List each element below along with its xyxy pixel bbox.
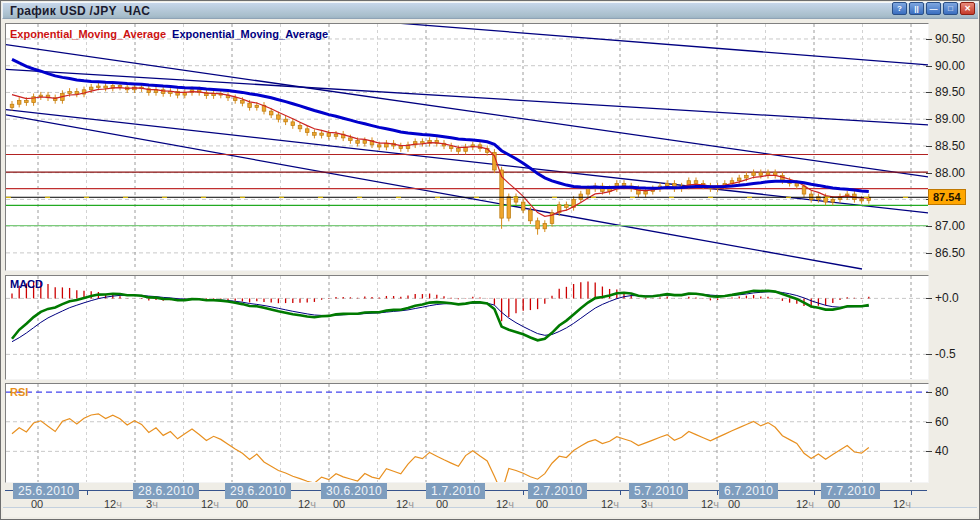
chart-window: График USD /JPY ЧАС ?||—□✕ Exponential_M… xyxy=(0,0,980,520)
rsi-tick-label: 40 xyxy=(935,444,948,458)
date-axis-tick xyxy=(523,490,524,495)
pause-button[interactable]: || xyxy=(909,2,924,15)
date-label: 1.7.2010 xyxy=(426,483,485,499)
axis-tick xyxy=(926,92,932,93)
rsi-tick-label: 60 xyxy=(935,415,948,429)
date-label: 30.6.2010 xyxy=(321,483,387,499)
price-tick-label: 88.50 xyxy=(935,139,965,153)
axis-tick xyxy=(926,119,932,120)
time-label: 00 xyxy=(536,498,548,510)
restore-button[interactable]: □ xyxy=(943,2,958,15)
axis-tick xyxy=(926,226,932,227)
rsi-tick-label: 80 xyxy=(935,385,948,399)
date-label: 5.7.2010 xyxy=(629,483,688,499)
axis-tick xyxy=(926,451,932,452)
macd-signal-line xyxy=(12,292,869,342)
horizontal-levels xyxy=(6,154,928,225)
help-button[interactable]: ? xyxy=(892,2,907,15)
axis-tick xyxy=(926,66,932,67)
date-axis-tick xyxy=(620,490,621,495)
legend-item-ema-slow: Exponential_Moving_Average xyxy=(172,28,328,40)
price-tick-label: 89.50 xyxy=(935,85,965,99)
axis-tick xyxy=(926,173,932,174)
macd-panel xyxy=(5,275,929,380)
date-axis-tick xyxy=(814,490,815,495)
date-label: 25.6.2010 xyxy=(13,483,79,499)
date-axis-tick xyxy=(87,490,88,495)
rsi-line xyxy=(12,414,869,482)
time-label: 12ч xyxy=(701,498,719,510)
axis-tick xyxy=(926,39,932,40)
time-label: 12ч xyxy=(104,498,122,510)
date-label: 7.7.2010 xyxy=(821,483,880,499)
time-label: 00 xyxy=(31,498,43,510)
time-label: 00 xyxy=(828,498,840,510)
price-tick-label: 90.00 xyxy=(935,59,965,73)
trendlines xyxy=(6,24,928,269)
date-label: 6.7.2010 xyxy=(719,483,778,499)
time-label: 00 xyxy=(236,498,248,510)
time-label: 12ч xyxy=(601,498,619,510)
macd-tick-label: -0.5 xyxy=(935,347,956,361)
axis-tick xyxy=(926,392,932,393)
axis-tick xyxy=(926,253,932,254)
date-label: 2.7.2010 xyxy=(528,483,587,499)
price-tick-label: 90.50 xyxy=(935,32,965,46)
time-label: 3ч xyxy=(641,498,653,510)
time-label: 12ч xyxy=(298,498,316,510)
axis-tick xyxy=(926,146,932,147)
axis-tick xyxy=(926,422,932,423)
time-label: 12ч xyxy=(496,498,514,510)
current-price-tag: 87.54 xyxy=(928,189,966,205)
axis-tick xyxy=(926,354,932,355)
ema-legend: Exponential_Moving_AverageExponential_Mo… xyxy=(10,28,334,40)
macd-chart[interactable] xyxy=(6,276,928,379)
main-chart-panel xyxy=(5,23,929,271)
date-label: 29.6.2010 xyxy=(225,483,291,499)
rsi-label: RSI xyxy=(10,386,28,398)
rsi-panel xyxy=(5,383,929,483)
macd-tick-label: +0.0 xyxy=(935,291,959,305)
legend-item-ema-fast: Exponential_Moving_Average xyxy=(10,28,166,40)
title-bar[interactable]: График USD /JPY ЧАС xyxy=(2,2,978,19)
time-label: 00 xyxy=(333,498,345,510)
axis-tick xyxy=(926,298,932,299)
time-label: 12ч xyxy=(201,498,219,510)
macd-label: MACD xyxy=(10,278,43,290)
window-buttons: ?||—□✕ xyxy=(892,2,975,15)
time-label: 12ч xyxy=(396,498,414,510)
price-tick-label: 87.00 xyxy=(935,219,965,233)
time-label: 3ч xyxy=(146,498,158,510)
price-tick-label: 86.50 xyxy=(935,246,965,260)
time-label: 12ч xyxy=(893,498,911,510)
date-label: 28.6.2010 xyxy=(133,483,199,499)
main-price-chart[interactable] xyxy=(6,24,928,270)
minimize-button[interactable]: — xyxy=(926,2,941,15)
date-axis-tick xyxy=(717,490,718,495)
price-tick-label: 88.00 xyxy=(935,166,965,180)
date-axis-tick xyxy=(911,490,912,495)
time-label: 00 xyxy=(436,498,448,510)
close-button[interactable]: ✕ xyxy=(960,2,975,15)
time-label: 00 xyxy=(728,498,740,510)
rsi-chart[interactable] xyxy=(6,384,928,482)
window-title: График USD /JPY ЧАС xyxy=(3,4,150,18)
time-label: 12ч xyxy=(796,498,814,510)
price-tick-label: 89.00 xyxy=(935,112,965,126)
